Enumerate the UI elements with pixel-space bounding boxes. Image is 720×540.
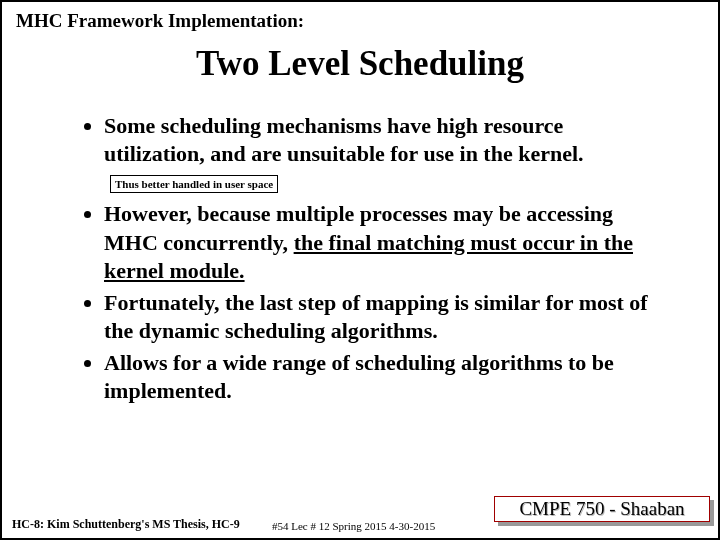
bullet-1: Some scheduling mechanisms have high res… (104, 112, 656, 196)
bullet-1-text: Some scheduling mechanisms have high res… (104, 113, 584, 166)
footer-center: #54 Lec # 12 Spring 2015 4-30-2015 (272, 520, 435, 532)
course-box-front: CMPE 750 - Shaaban (494, 496, 710, 522)
bullet-3-text: Fortunately, the last step of mapping is… (104, 290, 648, 343)
bullet-3: Fortunately, the last step of mapping is… (104, 289, 656, 345)
course-box: CMPE 750 - Shaaban (494, 496, 712, 524)
course-box-text: CMPE 750 - Shaaban (519, 498, 684, 520)
bullet-1-annotation: Thus better handled in user space (110, 175, 278, 193)
bullet-4-text: Allows for a wide range of scheduling al… (104, 350, 614, 403)
slide-title: Two Level Scheduling (14, 44, 706, 84)
footer-left: HC-8: Kim Schuttenberg's MS Thesis, HC-9 (12, 517, 240, 532)
bullet-list: Some scheduling mechanisms have high res… (76, 112, 656, 406)
bullet-2: However, because multiple processes may … (104, 200, 656, 284)
section-label: MHC Framework Implementation: (16, 10, 706, 32)
slide: MHC Framework Implementation: Two Level … (0, 0, 720, 540)
bullet-4: Allows for a wide range of scheduling al… (104, 349, 656, 405)
